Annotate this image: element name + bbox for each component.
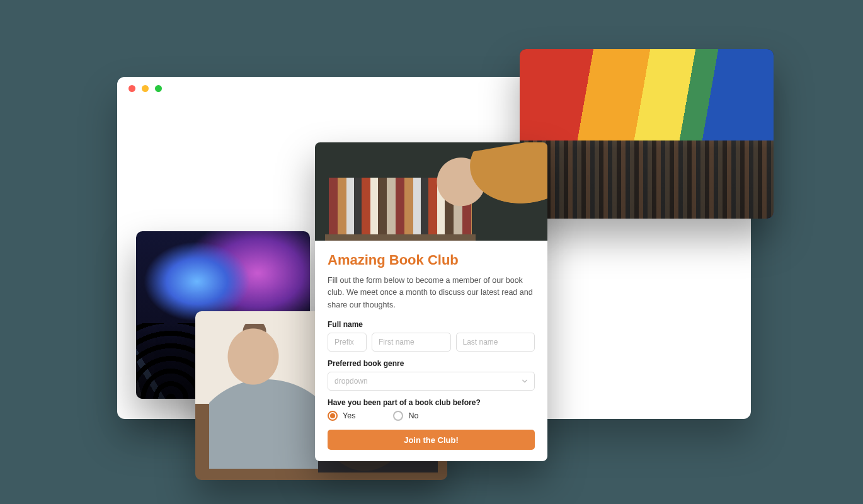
genre-selected-value: dropdown (334, 377, 368, 386)
radio-yes-label: Yes (343, 411, 355, 420)
radio-no[interactable]: No (393, 411, 418, 421)
genre-label: Preferred book genre (328, 359, 535, 368)
form-hero-image (315, 142, 547, 241)
first-name-input[interactable] (372, 333, 451, 352)
signup-form-card: Amazing Book Club Fill out the form belo… (315, 142, 547, 461)
full-name-label: Full name (328, 320, 535, 329)
maximize-icon[interactable] (155, 85, 162, 92)
last-name-input[interactable] (456, 333, 535, 352)
form-title: Amazing Book Club (328, 252, 535, 268)
prior-label: Have you been part of a book club before… (328, 398, 535, 407)
photo-rainbow-crowd (520, 49, 774, 219)
radio-icon (328, 411, 338, 421)
submit-button[interactable]: Join the Club! (328, 430, 535, 450)
genre-dropdown[interactable]: dropdown (328, 372, 535, 391)
radio-yes[interactable]: Yes (328, 411, 355, 421)
minimize-icon[interactable] (142, 85, 149, 92)
prefix-input[interactable] (328, 333, 367, 352)
close-icon[interactable] (129, 85, 135, 92)
radio-icon (393, 411, 403, 421)
chevron-down-icon (522, 378, 528, 384)
form-description: Fill out the form below to become a memb… (328, 275, 535, 311)
radio-no-label: No (408, 411, 418, 420)
